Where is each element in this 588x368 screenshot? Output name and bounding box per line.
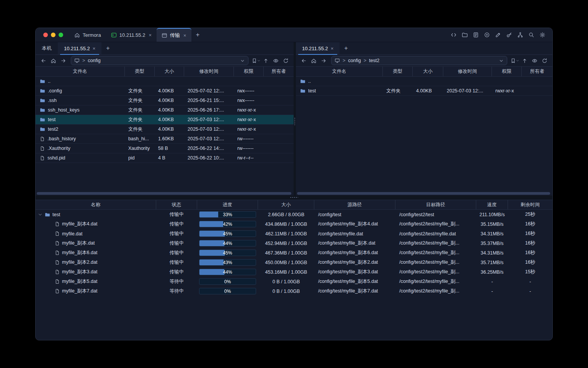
transfer-row[interactable]: myfile_副本6.dat 传输中 45% 467.36MB / 1.00GB… <box>36 248 552 258</box>
toolbar <box>451 28 552 42</box>
path-segment[interactable]: test2 <box>369 58 379 63</box>
column-header[interactable]: 所有者 <box>522 67 552 76</box>
horizontal-scrollbar[interactable] <box>297 192 550 195</box>
file-row[interactable]: ssh_host_keys 文件夹4.00KB2025-06-26 17:...… <box>36 105 294 115</box>
log-icon[interactable] <box>473 32 479 38</box>
settings-gear-icon[interactable] <box>539 32 546 38</box>
column-header[interactable]: 进度 <box>197 200 258 209</box>
expand-chevron-icon[interactable] <box>38 212 42 217</box>
column-header[interactable]: 修改时间 <box>443 67 492 76</box>
transfer-row[interactable]: test 传输中 33% 2.66GB / 8.00GB /config/tes… <box>36 210 552 219</box>
close-tab-icon[interactable]: × <box>149 32 152 38</box>
show-hidden-button[interactable] <box>530 56 539 65</box>
chevron-down-icon[interactable] <box>240 58 245 63</box>
tab-local[interactable]: 本机 <box>36 42 58 54</box>
file-row-selected[interactable]: test 文件夹4.00KB2025-07-03 12:...rwxr-xr-x <box>36 115 294 125</box>
transfer-row[interactable]: myfile_副本3.dat 传输中 44% 453.16MB / 1.00GB… <box>36 267 552 277</box>
home-button[interactable] <box>49 56 58 65</box>
transfer-row[interactable]: myfile_副本4.dat 传输中 42% 434.86MB / 1.00GB… <box>36 219 552 229</box>
tab-remote[interactable]: 10.211.55.2 × <box>296 42 340 54</box>
forward-button[interactable] <box>59 56 68 65</box>
edit-icon[interactable] <box>495 32 501 38</box>
new-panel-tab-button[interactable]: + <box>101 42 114 54</box>
transfer-row[interactable]: myfile_副本5.dat 等待中 0% 0 B / 1.00GB /conf… <box>36 277 552 286</box>
close-tab-icon[interactable]: × <box>93 46 96 51</box>
computer-icon <box>335 58 340 63</box>
path-bar[interactable]: > config > test2 <box>331 56 507 65</box>
new-panel-tab-button[interactable]: + <box>340 42 352 54</box>
transfers-splitter[interactable] <box>36 196 552 200</box>
eye-icon <box>273 58 279 64</box>
home-button[interactable] <box>309 56 318 65</box>
back-button[interactable] <box>299 56 308 65</box>
column-header[interactable]: 所有者 <box>264 67 294 76</box>
refresh-button[interactable] <box>281 56 290 65</box>
left-table-header: 文件名 类型 大小 修改时间 权限 所有者 <box>36 67 294 77</box>
tab-app-home[interactable]: Termora <box>69 28 106 42</box>
bookmark-button[interactable] <box>510 56 519 65</box>
upload-button[interactable] <box>520 56 529 65</box>
code-icon[interactable] <box>451 32 457 38</box>
file-row[interactable]: test 文件夹4.00KB2025-07-03 12:...rwxr-xr-x <box>296 86 552 96</box>
file-row[interactable]: .bash_history bash_hi...1.60KB2025-07-03… <box>36 134 294 144</box>
column-header[interactable]: 权限 <box>234 67 264 76</box>
upload-button[interactable] <box>261 56 270 65</box>
file-row[interactable]: sshd.pid pid4 B2025-06-22 10:...rw-r--r-… <box>36 153 294 163</box>
path-bar[interactable]: > config <box>71 56 248 65</box>
file-icon <box>40 156 45 161</box>
column-header[interactable]: 速度 <box>476 200 508 209</box>
progress-bar: 33% <box>199 211 256 218</box>
chevron-down-icon[interactable] <box>499 58 504 63</box>
refresh-button[interactable] <box>540 56 549 65</box>
folder-icon <box>300 88 305 94</box>
column-header[interactable]: 名称 <box>36 200 156 209</box>
forward-button[interactable] <box>319 56 328 65</box>
new-tab-button[interactable]: + <box>191 28 204 42</box>
column-header[interactable]: 大小 <box>155 67 184 76</box>
column-header[interactable]: 文件名 <box>296 67 383 76</box>
transfer-row[interactable]: myfile.dat 传输中 45% 462.11MB / 1.00GB /co… <box>36 229 552 238</box>
minimize-window-button[interactable] <box>51 33 56 37</box>
file-row[interactable]: .. <box>296 77 552 86</box>
left-panel-tabs: 本机 10.211.55.2 × + <box>36 42 294 55</box>
column-header[interactable]: 修改时间 <box>184 67 234 76</box>
column-header[interactable]: 文件名 <box>36 67 125 76</box>
column-header[interactable]: 剩余时间 <box>508 200 552 209</box>
file-row[interactable]: .ssh 文件夹4.00KB2025-06-21 15:...rwx------ <box>36 96 294 105</box>
key-icon[interactable] <box>506 32 512 38</box>
tab-ssh-session[interactable]: 10.211.55.2 × <box>106 28 157 42</box>
show-hidden-button[interactable] <box>271 56 280 65</box>
file-icon <box>55 250 60 255</box>
transfer-row[interactable]: myfile_副本.dat 传输中 44% 452.94MB / 1.00GB … <box>36 238 552 248</box>
tab-transfer[interactable]: 传输 × <box>157 28 191 42</box>
folder-icon[interactable] <box>462 32 468 38</box>
close-tab-icon[interactable]: × <box>183 33 186 38</box>
file-row[interactable]: .config 文件夹4.00KB2025-07-02 12:...rwx---… <box>36 86 294 96</box>
horizontal-scrollbar[interactable] <box>37 192 291 195</box>
column-header[interactable]: 类型 <box>383 67 413 76</box>
path-segment[interactable]: config <box>88 58 100 63</box>
tab-remote[interactable]: 10.211.55.2 × <box>58 42 101 54</box>
file-row[interactable]: .. <box>36 77 294 86</box>
record-icon[interactable] <box>484 32 490 38</box>
path-segment[interactable]: config <box>348 58 361 63</box>
path-separator: > <box>363 58 367 63</box>
transfer-row[interactable]: myfile_副本2.dat 传输中 43% 450.00MB / 1.00GB… <box>36 258 552 267</box>
column-header[interactable]: 权限 <box>492 67 522 76</box>
bookmark-button[interactable] <box>252 56 260 65</box>
column-header[interactable]: 目标路径 <box>395 200 476 209</box>
column-header[interactable]: 源路径 <box>314 200 395 209</box>
column-header[interactable]: 大小 <box>258 200 314 209</box>
file-row[interactable]: test2 文件夹4.00KB2025-07-03 12:...rwxr-xr-… <box>36 125 294 134</box>
file-row[interactable]: .Xauthority Xauthority58 B2025-06-22 14:… <box>36 144 294 153</box>
fork-icon[interactable] <box>517 32 523 38</box>
transfer-row[interactable]: myfile_副本7.dat 等待中 0% 0 B / 1.00GB /conf… <box>36 286 552 296</box>
column-header[interactable]: 大小 <box>413 67 443 76</box>
column-header[interactable]: 类型 <box>125 67 155 76</box>
maximize-window-button[interactable] <box>59 33 63 37</box>
close-tab-icon[interactable]: × <box>331 46 334 51</box>
close-window-button[interactable] <box>43 33 48 37</box>
back-button[interactable] <box>39 56 48 65</box>
search-icon[interactable] <box>528 32 534 38</box>
column-header[interactable]: 状态 <box>156 200 197 209</box>
